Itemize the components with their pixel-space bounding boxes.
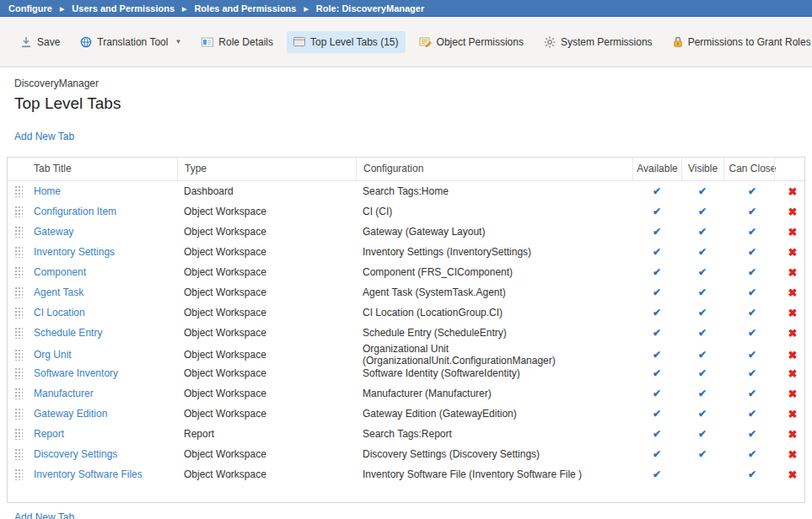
available-check[interactable]: ✔	[632, 226, 681, 238]
row-title-link[interactable]: Gateway Edition	[34, 408, 184, 420]
row-title-link[interactable]: Org Unit	[34, 349, 184, 361]
breadcrumb-item[interactable]: Roles and Permissions	[194, 3, 296, 13]
delete-row-icon[interactable]: ✖	[781, 367, 804, 380]
visible-check[interactable]: ✔	[681, 448, 723, 460]
visible-check[interactable]: ✔	[681, 327, 723, 339]
row-title-link[interactable]: Home	[34, 185, 184, 197]
delete-row-icon[interactable]: ✖	[781, 448, 804, 461]
row-title-link[interactable]: Configuration Item	[34, 206, 184, 217]
can-close-check[interactable]: ✔	[723, 367, 781, 379]
available-check[interactable]: ✔	[632, 408, 681, 420]
available-check[interactable]: ✔	[632, 206, 681, 217]
available-check[interactable]: ✔	[632, 327, 681, 339]
drag-handle-icon[interactable]	[14, 266, 23, 278]
top-level-tabs-button[interactable]: Top Level Tabs (15)	[287, 31, 406, 53]
delete-row-icon[interactable]: ✖	[781, 428, 804, 441]
visible-check[interactable]: ✔	[681, 286, 723, 298]
drag-handle-icon[interactable]	[14, 185, 23, 197]
can-close-check[interactable]: ✔	[723, 266, 781, 278]
can-close-check[interactable]: ✔	[723, 408, 781, 420]
system-permissions-button[interactable]: System Permissions	[537, 31, 659, 53]
row-title-link[interactable]: Inventory Software Files	[34, 468, 184, 480]
role-details-button[interactable]: Role Details	[195, 31, 280, 53]
drag-handle-icon[interactable]	[14, 307, 23, 318]
delete-row-icon[interactable]: ✖	[781, 226, 804, 238]
delete-row-icon[interactable]: ✖	[781, 349, 804, 361]
breadcrumb-item[interactable]: Users and Permissions	[72, 3, 175, 13]
available-check[interactable]: ✔	[632, 388, 681, 399]
visible-check[interactable]: ✔	[681, 408, 723, 420]
translation-tool-button[interactable]: Translation Tool ▼	[73, 31, 188, 53]
breadcrumb-item[interactable]: Configure	[8, 3, 52, 13]
available-check[interactable]: ✔	[632, 468, 681, 480]
row-title-link[interactable]: Report	[34, 428, 184, 440]
delete-row-icon[interactable]: ✖	[781, 408, 804, 420]
delete-row-icon[interactable]: ✖	[781, 266, 804, 279]
delete-row-icon[interactable]: ✖	[781, 246, 804, 259]
drag-handle-icon[interactable]	[14, 349, 23, 361]
visible-check[interactable]: ✔	[681, 206, 723, 217]
row-title-link[interactable]: CI Location	[34, 307, 184, 318]
object-permissions-button[interactable]: Object Permissions	[412, 31, 530, 53]
row-title-link[interactable]: Gateway	[34, 226, 184, 238]
can-close-check[interactable]: ✔	[723, 388, 781, 399]
available-check[interactable]: ✔	[632, 448, 681, 460]
available-check[interactable]: ✔	[632, 349, 681, 361]
row-title-link[interactable]: Software Inventory	[34, 367, 184, 379]
available-check[interactable]: ✔	[632, 367, 681, 379]
row-title-link[interactable]: Inventory Settings	[34, 246, 184, 258]
visible-check[interactable]: ✔	[681, 349, 723, 361]
drag-handle-icon[interactable]	[14, 286, 23, 298]
drag-handle-icon[interactable]	[14, 246, 23, 258]
drag-handle-icon[interactable]	[14, 428, 23, 440]
row-title-link[interactable]: Component	[34, 266, 184, 278]
visible-check[interactable]: ✔	[681, 185, 723, 197]
visible-check[interactable]: ✔	[681, 307, 723, 318]
add-new-tab-link-top[interactable]: Add New Tab	[14, 131, 74, 142]
can-close-check[interactable]: ✔	[723, 468, 781, 480]
row-title-link[interactable]: Schedule Entry	[34, 327, 184, 339]
row-title-link[interactable]: Manufacturer	[34, 388, 184, 399]
visible-check[interactable]: ✔	[681, 428, 723, 440]
can-close-check[interactable]: ✔	[723, 246, 781, 258]
add-new-tab-link-bottom[interactable]: Add New Tab	[14, 511, 74, 519]
can-close-check[interactable]: ✔	[723, 226, 781, 238]
delete-row-icon[interactable]: ✖	[781, 388, 804, 400]
can-close-check[interactable]: ✔	[723, 448, 781, 460]
drag-handle-icon[interactable]	[14, 327, 23, 339]
available-check[interactable]: ✔	[632, 307, 681, 318]
can-close-check[interactable]: ✔	[723, 286, 781, 298]
can-close-check[interactable]: ✔	[723, 349, 781, 361]
breadcrumb-item[interactable]: Role: DiscoveryManager	[316, 3, 424, 13]
row-title-link[interactable]: Discovery Settings	[34, 448, 184, 460]
visible-check[interactable]: ✔	[681, 367, 723, 379]
delete-row-icon[interactable]: ✖	[781, 327, 804, 340]
drag-handle-icon[interactable]	[14, 206, 23, 217]
drag-handle-icon[interactable]	[14, 226, 23, 238]
visible-check[interactable]: ✔	[681, 226, 723, 238]
visible-check[interactable]: ✔	[681, 246, 723, 258]
available-check[interactable]: ✔	[632, 185, 681, 197]
delete-row-icon[interactable]: ✖	[781, 307, 804, 319]
visible-check[interactable]: ✔	[681, 388, 723, 399]
can-close-check[interactable]: ✔	[723, 307, 781, 318]
can-close-check[interactable]: ✔	[723, 428, 781, 440]
drag-handle-icon[interactable]	[14, 367, 23, 379]
save-button[interactable]: Save	[13, 31, 67, 53]
can-close-check[interactable]: ✔	[723, 185, 781, 197]
can-close-check[interactable]: ✔	[723, 327, 781, 339]
permissions-to-grant-roles-button[interactable]: Permissions to Grant Roles	[666, 31, 812, 53]
delete-row-icon[interactable]: ✖	[781, 468, 804, 481]
drag-handle-icon[interactable]	[14, 408, 23, 420]
delete-row-icon[interactable]: ✖	[781, 206, 804, 218]
available-check[interactable]: ✔	[632, 246, 681, 258]
row-title-link[interactable]: Agent Task	[34, 286, 184, 298]
visible-check[interactable]: ✔	[681, 266, 723, 278]
drag-handle-icon[interactable]	[14, 468, 23, 480]
drag-handle-icon[interactable]	[14, 388, 23, 399]
can-close-check[interactable]: ✔	[723, 206, 781, 217]
drag-handle-icon[interactable]	[14, 448, 23, 460]
delete-row-icon[interactable]: ✖	[781, 286, 804, 299]
available-check[interactable]: ✔	[632, 286, 681, 298]
delete-row-icon[interactable]: ✖	[781, 185, 804, 198]
